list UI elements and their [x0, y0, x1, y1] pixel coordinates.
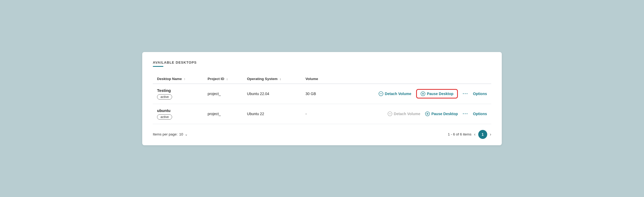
- options-label: Options: [473, 112, 487, 116]
- cell-volume: -: [301, 104, 330, 124]
- pagination-info: 1 - 6 of 6 items: [448, 132, 471, 136]
- available-desktops-card: AVAILABLE DESKTOPS Desktop Name ↑ Projec…: [142, 52, 502, 145]
- actions-group: Detach Volume Pause Desktop ···Options: [334, 111, 487, 117]
- title-underline: [153, 66, 163, 67]
- options-label: Options: [473, 92, 487, 96]
- items-per-page-value: 10: [179, 132, 183, 136]
- col-desktop-name: Desktop Name ↑: [153, 74, 203, 84]
- table-row: ubuntu active project_Ubuntu 22- Detach …: [153, 104, 491, 124]
- svg-rect-4: [423, 93, 424, 95]
- detach-volume-label: Detach Volume: [394, 112, 420, 116]
- svg-point-2: [421, 92, 425, 96]
- more-options-button[interactable]: ···: [463, 91, 468, 97]
- pause-desktop-button-highlighted[interactable]: Pause Desktop: [416, 89, 458, 98]
- desktops-table: Desktop Name ↑ Project ID ↕ Operating Sy…: [153, 74, 491, 124]
- desktop-name: ubuntu: [157, 108, 199, 113]
- col-project-id: Project ID ↕: [203, 74, 243, 84]
- svg-point-7: [425, 112, 430, 116]
- cell-desktop-name: Testing active: [153, 84, 203, 104]
- status-badge: active: [157, 94, 172, 100]
- cell-actions: Detach Volume Pause Desktop ···Options: [330, 104, 491, 124]
- svg-rect-9: [427, 113, 428, 115]
- options-button[interactable]: Options: [473, 112, 487, 116]
- prev-page-button[interactable]: ‹: [474, 132, 475, 137]
- table-footer: Items per page: 10 ⌄ 1 - 6 of 6 items ‹ …: [153, 129, 491, 139]
- chevron-down-icon[interactable]: ⌄: [185, 132, 188, 136]
- desktop-name: Testing: [157, 88, 199, 93]
- pause-desktop-label: Pause Desktop: [427, 92, 453, 96]
- pause-desktop-button[interactable]: Pause Desktop: [425, 111, 458, 116]
- pause-icon: [421, 91, 425, 96]
- detach-volume-button[interactable]: Detach Volume: [379, 91, 411, 96]
- detach-volume-label: Detach Volume: [385, 92, 411, 96]
- table-row: Testing active project_Ubuntu 22.0430 GB…: [153, 84, 491, 104]
- detach-icon: [388, 111, 392, 116]
- more-options-button[interactable]: ···: [463, 111, 468, 117]
- actions-group: Detach Volume Pause Desktop ···Options: [334, 89, 487, 98]
- status-badge: active: [157, 114, 172, 120]
- sort-icon-name[interactable]: ↑: [184, 77, 186, 81]
- col-actions: [330, 74, 491, 84]
- detach-icon: [379, 91, 383, 96]
- section-title: AVAILABLE DESKTOPS: [153, 60, 491, 64]
- cell-os: Ubuntu 22: [243, 104, 301, 124]
- sort-icon-os[interactable]: ↕: [280, 77, 281, 81]
- options-button[interactable]: Options: [473, 92, 487, 96]
- next-page-button[interactable]: ›: [490, 132, 491, 137]
- cell-project-id: project_: [203, 104, 243, 124]
- cell-actions: Detach Volume Pause Desktop ···Options: [330, 84, 491, 104]
- sort-icon-project[interactable]: ↕: [226, 77, 228, 81]
- svg-rect-8: [427, 113, 427, 115]
- current-page[interactable]: 1: [478, 130, 487, 139]
- pagination: 1 - 6 of 6 items ‹ 1 ›: [448, 130, 491, 139]
- cell-desktop-name: ubuntu active: [153, 104, 203, 124]
- col-volume: Volume: [301, 74, 330, 84]
- pause-desktop-label: Pause Desktop: [431, 112, 458, 116]
- cell-os: Ubuntu 22.04: [243, 84, 301, 104]
- cell-volume: 30 GB: [301, 84, 330, 104]
- pause-icon: [425, 111, 430, 116]
- items-per-page[interactable]: Items per page: 10 ⌄: [153, 132, 188, 136]
- col-os: Operating System ↕: [243, 74, 301, 84]
- items-per-page-label: Items per page:: [153, 132, 178, 136]
- detach-volume-button: Detach Volume: [388, 111, 420, 116]
- svg-rect-3: [422, 93, 423, 95]
- cell-project-id: project_: [203, 84, 243, 104]
